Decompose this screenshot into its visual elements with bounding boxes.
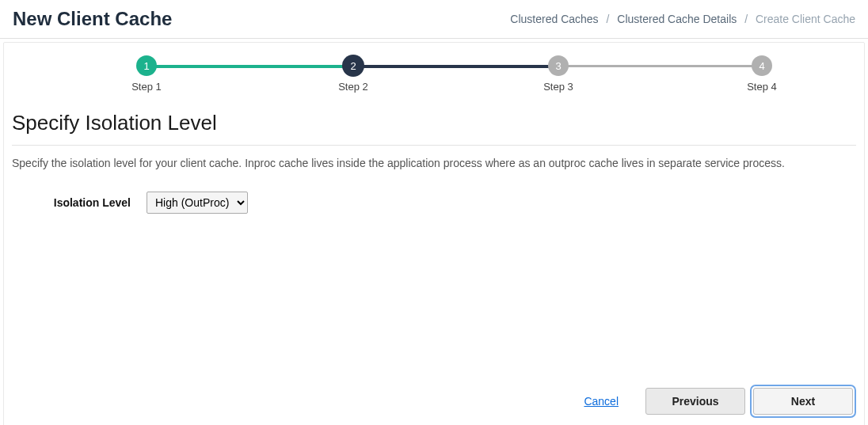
step-number: 4: [759, 60, 764, 72]
step-node-3[interactable]: 3: [548, 55, 569, 76]
step-label-1: Step 1: [115, 81, 178, 93]
breadcrumb-link-clustered-caches[interactable]: Clustered Caches: [510, 13, 598, 25]
wizard-panel: 1 Step 1 2 Step 2 3 Step 3 4 Step 4 Spec…: [3, 42, 865, 425]
wizard-footer: Cancel Previous Next: [584, 388, 853, 415]
step-node-1[interactable]: 1: [136, 55, 157, 76]
stepper-track-2: [351, 65, 549, 68]
breadcrumb-link-cache-details[interactable]: Clustered Cache Details: [617, 13, 737, 25]
page-title: New Client Cache: [13, 8, 172, 30]
breadcrumb-current: Create Client Cache: [756, 13, 855, 25]
step-label-3: Step 3: [527, 81, 590, 93]
previous-button[interactable]: Previous: [645, 388, 745, 415]
step-label-2: Step 2: [322, 81, 385, 93]
header-bar: New Client Cache Clustered Caches / Clus…: [0, 0, 868, 39]
isolation-select[interactable]: High (OutProc): [147, 192, 248, 214]
step-number: 1: [143, 60, 149, 72]
step-number: 3: [555, 60, 561, 72]
next-button[interactable]: Next: [753, 388, 853, 415]
step-node-4[interactable]: 4: [752, 55, 772, 76]
stepper-track-3: [557, 65, 755, 67]
breadcrumb: Clustered Caches / Clustered Cache Detai…: [510, 13, 855, 25]
section-heading: Specify Isolation Level: [12, 111, 856, 135]
breadcrumb-separator: /: [744, 13, 748, 25]
step-number: 2: [350, 60, 356, 72]
isolation-row: Isolation Level High (OutProc): [12, 192, 864, 214]
breadcrumb-separator: /: [607, 13, 610, 25]
stepper-track-1: [147, 65, 343, 68]
section-description: Specify the isolation level for your cli…: [12, 157, 856, 169]
step-node-2[interactable]: 2: [342, 55, 364, 77]
stepper: 1 Step 1 2 Step 2 3 Step 3 4 Step 4: [4, 52, 864, 108]
cancel-link[interactable]: Cancel: [584, 395, 619, 408]
step-label-4: Step 4: [730, 81, 794, 93]
divider: [12, 145, 856, 146]
isolation-label: Isolation Level: [12, 196, 147, 209]
